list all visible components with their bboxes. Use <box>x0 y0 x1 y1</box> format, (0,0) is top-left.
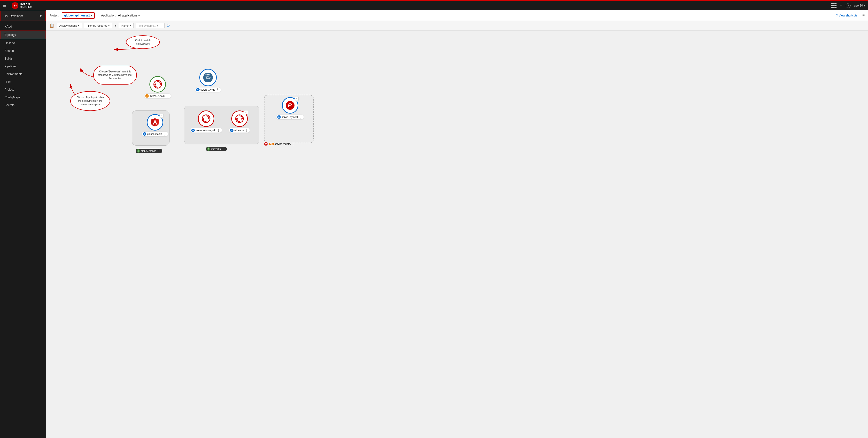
sidebar-item-search[interactable]: Search <box>0 47 46 55</box>
svg-point-11 <box>207 76 208 76</box>
perspective-switcher[interactable]: </> Developer ▾ <box>0 11 45 21</box>
list-view-toggle[interactable]: ≡ <box>862 13 865 18</box>
top-navigation: ☰ Red Hat OpenShift + ? user10 ▾ <box>0 0 868 10</box>
add-icon[interactable]: + <box>840 3 843 8</box>
node-circle-microcks-mongo <box>198 111 214 127</box>
perspective-dropdown-icon: ▾ <box>40 13 42 18</box>
sidebar-item-helm[interactable]: Helm <box>0 78 46 86</box>
list-view-icon: ≡ <box>862 13 865 18</box>
sidebar-item-builds[interactable]: Builds <box>0 55 46 63</box>
node-label-service-registry: service-registry ⋮ <box>275 142 295 146</box>
name-filter-button[interactable]: Name ▾ <box>119 23 133 28</box>
sidebar-item-topology[interactable]: Topology <box>0 31 46 39</box>
user-menu[interactable]: user10 ▾ <box>854 4 865 7</box>
node-label-servic-oyment: D servic...oyment ⋮ <box>276 115 304 119</box>
redhat2-icon <box>285 100 295 110</box>
display-options-dropdown-icon: ▾ <box>78 24 80 27</box>
info-icon[interactable]: ⓘ <box>166 24 169 28</box>
view-shortcuts-button[interactable]: ? View shortcuts <box>836 14 858 17</box>
callout-topology: Click on Topology to view the deployment… <box>70 91 110 111</box>
node-servic-oyment[interactable]: ↗ D servic...oyment ⋮ <box>276 97 304 119</box>
node-badge-d-angular: D <box>143 132 146 136</box>
sidebar-item-observe[interactable]: Observe <box>0 39 46 47</box>
sidebar-item-add[interactable]: +Add <box>0 23 46 31</box>
node-name-threes: threes...t-hook <box>150 95 165 97</box>
node-microcks-mongodb[interactable]: D microcks-mongodb ⋮ <box>190 111 222 133</box>
node-kebab-microcks[interactable]: ⋮ <box>245 129 248 132</box>
hamburger-menu[interactable]: ☰ <box>3 3 6 8</box>
sidebar-item-secrets-label: Secrets <box>5 103 14 107</box>
ext-link-badge-microcks[interactable]: ↗ <box>244 110 248 114</box>
display-options-button[interactable]: Display options ▾ <box>56 23 82 28</box>
service-registry-label-row: AR service-registry ⋮ <box>264 142 295 146</box>
ext-link-badge-angular[interactable]: ↗ <box>160 114 163 118</box>
find-by-name-input[interactable]: Find by name... / <box>135 23 165 28</box>
node-kebab-service-registry[interactable]: ⋮ <box>292 142 295 146</box>
node-servic-try-db[interactable]: D servic...try-db ⋮ <box>195 69 221 92</box>
node-microcks[interactable]: ↗ D microcks ⋮ <box>229 111 250 133</box>
redhat-logo-icon <box>11 2 19 9</box>
sidebar-item-secrets[interactable]: Secrets <box>0 101 46 109</box>
ext-link-badge-redhat[interactable]: ↗ <box>295 97 299 101</box>
sidebar-item-observe-label: Observe <box>5 41 16 45</box>
project-selector[interactable]: globex-apim-user1 ▾ <box>62 12 95 19</box>
content-area: Project: globex-apim-user1 ▾ Application… <box>46 10 868 438</box>
sidebar-item-helm-label: Helm <box>5 80 11 84</box>
app-label-kebab-globex[interactable]: ⋮ <box>157 149 160 153</box>
display-options-label: Display options <box>59 24 77 27</box>
node-name-microcks: microcks <box>235 129 244 132</box>
help-icon[interactable]: ? <box>846 3 850 8</box>
svg-point-12 <box>209 76 209 76</box>
sidebar-item-pipelines[interactable]: Pipelines <box>0 63 46 70</box>
callout-switch-text: Click to switch namespaces <box>135 39 150 45</box>
node-name-servic-oyment: servic...oyment <box>282 116 298 119</box>
refresh-icon <box>153 80 162 89</box>
node-globex-mobile[interactable]: ↗ D globex-mobile ⋮ <box>142 114 168 136</box>
node-kebab-servic-oyment[interactable]: ⋮ <box>299 115 302 119</box>
node-label-angular: D globex-mobile ⋮ <box>142 131 168 136</box>
node-badge-j: J <box>145 94 149 98</box>
node-threes-t-hook[interactable]: J threes...t-hook ⋮ <box>144 76 171 98</box>
sidebar-item-configmaps-label: ConfigMaps <box>5 96 20 99</box>
app-label-kebab-microcks[interactable]: ⋮ <box>222 147 224 151</box>
sidebar-item-search-label: Search <box>5 49 14 53</box>
project-label: Project: <box>50 14 59 17</box>
node-name-postgres: servic...try-db <box>200 88 215 91</box>
import-icon[interactable]: 📋 <box>50 23 54 28</box>
shortcuts-icon: ? <box>836 14 838 17</box>
ar-badge: AR <box>269 143 274 145</box>
node-badge-d-servic-oyment: D <box>277 115 281 119</box>
filter-by-resource-label: Filter by resource <box>87 24 107 27</box>
app-label-badge-a-globex: A <box>136 149 140 153</box>
perspective-label: Developer <box>10 14 38 18</box>
node-badge-d-microcks: D <box>230 129 234 132</box>
sidebar-item-configmaps[interactable]: ConfigMaps <box>0 94 46 101</box>
node-kebab-angular[interactable]: ⋮ <box>163 132 166 136</box>
sidebar-item-add-label: +Add <box>5 25 12 28</box>
app-label-text-microcks: microcks <box>211 148 221 151</box>
node-label-threes: J threes...t-hook ⋮ <box>144 94 171 98</box>
name-filter-label: Name <box>121 24 128 27</box>
svg-point-0 <box>11 2 19 9</box>
node-label-postgres: D servic...try-db ⋮ <box>195 87 221 92</box>
callout-choose-developer: Choose "Developer" from this dropdown to… <box>93 66 137 85</box>
toolbar: 📋 Display options ▾ Filter by resource ▾… <box>46 21 868 31</box>
perspective-code-icon: </> <box>4 14 8 18</box>
node-kebab-threes[interactable]: ⋮ <box>166 94 169 98</box>
filter-by-resource-button[interactable]: Filter by resource ▾ <box>84 23 113 28</box>
refresh2-icon <box>202 114 211 123</box>
sidebar-item-topology-label: Topology <box>4 33 16 37</box>
node-circle-redhat: ↗ <box>282 97 299 114</box>
svg-point-25 <box>288 107 292 108</box>
node-circle-angular: ↗ <box>147 114 163 131</box>
find-placeholder: Find by name... <box>138 24 156 27</box>
app-selector[interactable]: Application: All applications ▾ <box>99 13 142 18</box>
app-launcher-icon[interactable] <box>831 3 837 8</box>
node-name-service-registry: service-registry <box>275 143 291 145</box>
node-kebab-microcks-mongo[interactable]: ⋮ <box>217 129 220 132</box>
svg-point-8 <box>206 74 210 79</box>
sidebar-item-environments[interactable]: Environments <box>0 70 46 78</box>
node-kebab-postgres[interactable]: ⋮ <box>216 88 219 91</box>
node-circle-postgres <box>199 69 217 86</box>
sidebar-item-project[interactable]: Project <box>0 86 46 94</box>
